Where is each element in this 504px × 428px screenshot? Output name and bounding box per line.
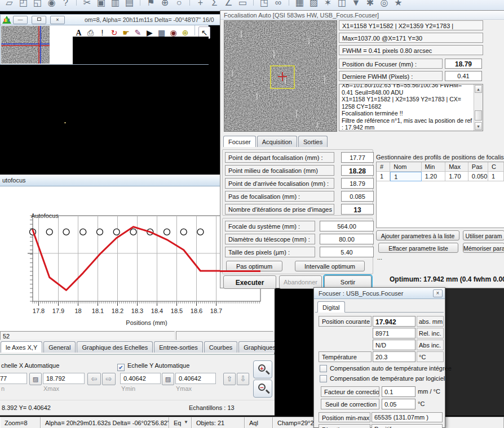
ymax-field[interactable]: 0.40642 <box>175 373 216 384</box>
profiles-cell[interactable]: 1.20 <box>422 172 446 181</box>
star-icon[interactable]: ★ <box>391 0 405 10</box>
profiles-cell[interactable]: 0.050 <box>468 172 488 181</box>
tab-courbes[interactable]: Courbes <box>204 341 238 353</box>
param-value-field[interactable]: 13 <box>341 204 374 215</box>
tab-sorties[interactable]: Sorties <box>298 136 328 147</box>
focuser-dialog-titlebar[interactable]: Focuser : USB_Focus.Focuser <box>314 288 445 299</box>
xmax-field[interactable]: 18.792 <box>43 373 85 384</box>
ajouter-parametres-la-liste-button[interactable]: Ajouter parametres à la liste <box>376 230 459 240</box>
open-icon[interactable]: ◰ <box>16 0 30 10</box>
focuser-row-value[interactable]: N/D <box>373 340 415 350</box>
target-icon[interactable]: ⊕ <box>158 0 172 10</box>
focus-log[interactable]: XB=101.80/102.63 YB=55.56/100.36 FWHM= 0… <box>339 84 483 131</box>
status-cell-eq[interactable]: Eq▼ <box>169 417 192 428</box>
profiles-cell[interactable]: 1 <box>488 172 504 181</box>
search-icon[interactable]: ○ <box>172 0 186 10</box>
scroll-down-icon[interactable]: ▼ <box>475 122 482 130</box>
restore-button[interactable] <box>32 16 46 24</box>
wand-icon[interactable]: ✶ <box>321 0 335 10</box>
paste-icon[interactable]: ▥ <box>108 0 122 10</box>
param-value-field[interactable]: 0.085 <box>341 191 374 202</box>
tab-digital[interactable]: Digital <box>317 301 345 313</box>
grid-icon[interactable]: ▦ <box>293 0 307 10</box>
status-cell-champ-29-20[interactable]: Champ=29°20 <box>273 417 316 428</box>
scrollbar-thumb[interactable] <box>475 110 482 121</box>
gear-icon[interactable]: ✱ <box>363 0 377 10</box>
y-scale-icon-button[interactable]: ▨ <box>162 373 174 385</box>
save-icon[interactable]: ◱ <box>30 0 45 10</box>
tab-acquisition[interactable]: Acquisition <box>257 136 297 147</box>
status-cell-aql[interactable]: Aql <box>245 417 273 428</box>
crosshair-icon[interactable]: + <box>193 0 207 10</box>
cut-icon[interactable]: ✂ <box>80 0 94 10</box>
unchecked-checkbox-icon[interactable] <box>320 375 327 382</box>
status-cell-alpha-20h29m01-632s-delta-06-02-56-82[interactable]: Alpha= 20h29m01.632s Delta= -06°02'56.82… <box>41 417 169 428</box>
duplicate-icon[interactable]: ▤ <box>122 0 136 10</box>
close-button[interactable]: × <box>50 16 65 24</box>
save-as-icon[interactable]: ◳ <box>257 0 271 10</box>
selection-icon[interactable]: ▭ <box>236 0 250 10</box>
checkbox-compensation-auto-de-temp-rature-int-gr-e[interactable]: Compensation auto de température intégré… <box>320 365 446 372</box>
tab-le-axes-x-y[interactable]: le Axes X,Y <box>1 341 42 353</box>
correction-value-field[interactable]: 0.05 <box>382 399 415 409</box>
optic-value-field[interactable]: 5.40 <box>320 247 374 257</box>
y-auto-checkbox[interactable]: ✔Echelle Y Automatique <box>117 362 189 371</box>
correction-value-field[interactable]: 0.1 <box>382 386 415 397</box>
dialog-close-button[interactable]: × <box>433 289 443 297</box>
profiles-cell[interactable]: 1.70 <box>445 172 468 181</box>
filter-icon[interactable]: ▼ <box>349 0 363 10</box>
zoom-out-button[interactable]: − <box>253 380 272 398</box>
scroll-up-icon[interactable]: ▲ <box>475 85 482 93</box>
status-cell-objets-21[interactable]: Objets: 21 <box>192 417 245 428</box>
tab-general[interactable]: General <box>43 341 76 353</box>
table-row[interactable]: 111.201.700.0501 <box>377 172 504 181</box>
link-icon[interactable]: ∞ <box>271 0 285 10</box>
tab-graphiques[interactable]: Graphiques <box>238 341 275 353</box>
shift-left-button[interactable]: ⇦ <box>87 373 101 385</box>
log-scrollbar[interactable]: ▲ ▼ <box>474 84 483 131</box>
minimize-button[interactable]: — <box>13 16 28 24</box>
tab-focuser[interactable]: Focuser <box>223 136 256 147</box>
zoom-thumbnail-image[interactable] <box>1 26 50 64</box>
status-cell-zoom-8[interactable]: Zoom=8 <box>0 417 41 428</box>
param-value-field[interactable]: 18.79 <box>341 178 374 189</box>
optic-value-field[interactable]: 80.00 <box>320 234 374 244</box>
scope-icon[interactable]: ◎ <box>377 0 391 10</box>
param-value-field[interactable]: 17.77 <box>341 152 374 163</box>
optic-value-field[interactable]: 564.00 <box>320 221 374 231</box>
utiliser-param-button[interactable]: Utiliser param <box>463 230 504 240</box>
profiles-cell[interactable]: 1 <box>390 172 421 181</box>
tab-graphique-des-echelles[interactable]: Graphique des Echelles <box>77 341 153 353</box>
help-icon[interactable]: ? <box>59 0 73 10</box>
profiles-table[interactable]: #NomMinMaxPasC111.201.700.0501 <box>376 162 504 228</box>
sigma-icon[interactable]: Σ <box>207 0 222 10</box>
dropdown-arrow-icon[interactable]: ▼ <box>184 420 188 425</box>
profiles-cell[interactable]: 1 <box>377 172 390 181</box>
xmin-field[interactable]: 77 <box>0 373 27 384</box>
copy-icon[interactable]: ▣ <box>94 0 108 10</box>
unchecked-checkbox-icon[interactable] <box>320 365 327 372</box>
checkbox-compensation-de-temp-rature-par-logiciel[interactable]: Compensation de température par logiciel <box>320 375 446 382</box>
checked-checkbox-icon[interactable]: ✔ <box>117 364 125 371</box>
new-icon[interactable]: ▱ <box>2 0 16 10</box>
flag-icon[interactable]: ⚑ <box>144 0 158 10</box>
histogram-icon[interactable]: ▨ <box>307 0 321 10</box>
focalisation-window-titlebar[interactable]: Focalisation Auto [QSI 583ws HW, USB_Foc… <box>220 11 504 20</box>
x-scale-icon-button[interactable]: ▨ <box>29 373 42 385</box>
tab-entree-sorties[interactable]: Entree-sorties <box>154 341 202 353</box>
ymin-field[interactable]: 0.40642 <box>120 373 161 384</box>
x-auto-checkbox-label[interactable]: chelle X Automatique <box>1 362 59 369</box>
shift-right-button[interactable]: ⇨ <box>102 373 116 385</box>
shift-up-button[interactable]: ⇧ <box>223 373 236 385</box>
m-moriser-para-button[interactable]: Mémoriser para <box>463 243 504 253</box>
effacer-parametre-liste-button[interactable]: Effacer parametre liste <box>378 243 458 253</box>
zoom-in-button[interactable]: + <box>253 360 272 378</box>
camera-icon[interactable]: ◉ <box>45 0 59 10</box>
angle-icon[interactable]: ∠ <box>222 0 236 10</box>
focuser-row-value[interactable]: 17.942 <box>373 316 415 327</box>
star-field-image[interactable] <box>224 20 337 132</box>
executer-button[interactable]: Executer <box>223 275 276 289</box>
param-value-field[interactable]: 18.28 <box>341 165 374 176</box>
shift-down-button[interactable]: ⇩ <box>237 373 249 385</box>
intervalle-optimum-button[interactable]: Intervalle optimum <box>295 261 365 271</box>
